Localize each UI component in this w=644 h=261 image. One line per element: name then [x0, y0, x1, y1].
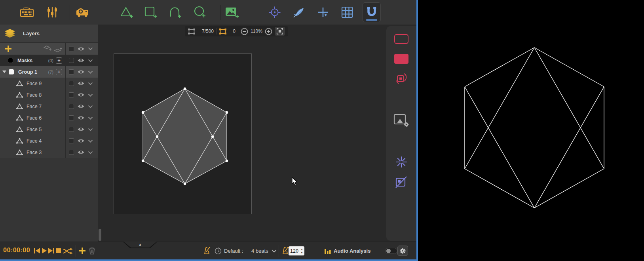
audio-settings-button[interactable] — [397, 246, 408, 256]
canvas-status-bar: 7/500 0 110% — [185, 26, 288, 36]
collapse-caret-icon[interactable] — [2, 70, 6, 73]
expand-chevron-icon[interactable] — [88, 59, 93, 62]
move-layer-down-icon[interactable] — [44, 46, 52, 52]
triangle-shape-icon — [16, 137, 23, 144]
zoom-in-button[interactable] — [265, 28, 272, 35]
visibility-eye-icon[interactable] — [77, 138, 85, 143]
expand-chevron-icon[interactable] — [88, 128, 93, 131]
bpm-input[interactable]: 120 ▲ ▼ — [289, 246, 304, 255]
masks-color-swatch[interactable] — [8, 58, 13, 63]
outline-tool-button[interactable] — [386, 34, 416, 44]
layer-row-face[interactable]: Face 8 — [0, 89, 98, 101]
visibility-eye-icon[interactable] — [77, 127, 85, 132]
collapse-arrow-icon: ▲ — [139, 243, 142, 246]
add-quad-button[interactable] — [144, 6, 158, 19]
add-mask-button[interactable]: + — [56, 57, 62, 64]
expand-chevron-icon[interactable] — [88, 151, 93, 154]
audio-analysis-toggle[interactable] — [385, 248, 397, 254]
triangle-shape-icon — [16, 126, 23, 133]
visibility-eye-icon[interactable] — [77, 92, 85, 97]
expand-chevron-icon[interactable] — [88, 70, 93, 74]
add-triangle-button[interactable] — [120, 6, 134, 19]
visibility-eye-icon[interactable] — [77, 69, 85, 74]
visibility-eye-icon[interactable] — [77, 104, 85, 109]
add-layer-button[interactable] — [5, 45, 12, 52]
crosshair-icon — [268, 6, 281, 19]
app-window: Layers — [0, 0, 644, 261]
fill-tool-button[interactable] — [386, 54, 416, 64]
feathering-button[interactable] — [293, 6, 305, 18]
precision-point-button[interactable] — [317, 7, 329, 18]
visibility-eye-icon[interactable] — [77, 115, 85, 120]
main-toolbar — [0, 0, 416, 25]
visibility-eye-icon[interactable] — [77, 58, 85, 63]
layer-select-checkbox[interactable] — [69, 115, 74, 120]
projection-surface[interactable] — [114, 53, 252, 214]
move-layer-up-icon[interactable] — [54, 46, 63, 52]
stepper-down-icon[interactable]: ▼ — [300, 251, 303, 254]
master-visibility-eye-icon[interactable] — [77, 46, 85, 51]
gear-icon — [400, 248, 406, 254]
group-color-swatch[interactable] — [9, 69, 14, 74]
grid-button[interactable] — [341, 6, 353, 18]
expand-chevron-icon[interactable] — [88, 82, 93, 85]
layer-select-checkbox[interactable] — [69, 150, 74, 155]
layer-name: Face 5 — [27, 127, 65, 132]
magnet-snap-button[interactable] — [363, 2, 381, 22]
layer-select-checkbox[interactable] — [69, 138, 74, 143]
expand-chevron-icon[interactable] — [88, 93, 93, 97]
keyboard-shortcuts-button[interactable] — [19, 7, 34, 18]
controls-faders-button[interactable] — [47, 6, 57, 18]
layer-row-face[interactable]: Face 7 — [0, 101, 98, 112]
layer-row-face[interactable]: Face 4 — [0, 135, 98, 147]
add-arch-button[interactable] — [169, 6, 182, 19]
expand-chevron-icon[interactable] — [88, 116, 93, 120]
projector-output-button[interactable] — [76, 7, 89, 17]
add-quad-icon — [144, 6, 158, 19]
scrollbar-thumb[interactable] — [99, 229, 101, 241]
stepper-up-icon[interactable]: ▲ — [300, 248, 303, 251]
beats-dropdown-value[interactable]: 4 beats — [251, 248, 268, 254]
expand-chevron-icon[interactable] — [88, 105, 93, 108]
duration-clock-icon — [215, 247, 222, 255]
fit-to-screen-button[interactable] — [275, 27, 285, 36]
visibility-eye-icon[interactable] — [77, 150, 85, 155]
layer-row-masks[interactable]: Masks (0) + — [0, 55, 98, 66]
zoom-out-button[interactable] — [241, 28, 248, 35]
beats-dropdown-chevron-icon[interactable] — [272, 250, 277, 253]
layer-select-checkbox[interactable] — [69, 81, 74, 86]
layer-row-face[interactable]: Face 9 — [0, 78, 98, 89]
shader-effect-button[interactable] — [386, 176, 416, 189]
layer-row-face[interactable]: Face 6 — [0, 112, 98, 124]
layer-row-face[interactable]: Face 3 — [0, 147, 98, 158]
layer-select-checkbox[interactable] — [69, 104, 74, 109]
skip-start-button[interactable] — [34, 248, 40, 254]
bar-separator — [76, 245, 76, 257]
master-select-checkbox[interactable] — [69, 46, 74, 51]
layer-row-group[interactable]: Group 1 (7) + — [0, 66, 98, 78]
bpm-stepper[interactable]: ▲ ▼ — [300, 248, 304, 254]
shuffle-button[interactable] — [63, 248, 73, 255]
add-circle-button[interactable] — [194, 6, 206, 19]
add-sequence-button[interactable] — [79, 247, 86, 254]
expand-chevron-icon[interactable] — [88, 139, 93, 143]
visibility-eye-icon[interactable] — [77, 81, 85, 86]
layer-select-checkbox[interactable] — [69, 127, 74, 132]
layer-row-face[interactable]: Face 5 — [0, 124, 98, 135]
layer-select-checkbox[interactable] — [69, 58, 74, 63]
test-pattern-button[interactable] — [268, 6, 281, 19]
master-expand-chevron-icon[interactable] — [88, 47, 93, 50]
add-media-button[interactable] — [225, 6, 239, 19]
layer-select-checkbox[interactable] — [69, 92, 74, 97]
hexagon-shape-preview[interactable] — [114, 54, 252, 215]
bar-separator — [238, 28, 238, 34]
animated-fill-button[interactable] — [386, 72, 416, 86]
stop-button[interactable] — [56, 248, 61, 253]
add-shape-to-group-button[interactable]: + — [56, 69, 62, 75]
media-settings-button[interactable] — [386, 113, 416, 128]
layer-select-checkbox[interactable] — [69, 69, 74, 74]
skip-end-button[interactable] — [48, 248, 55, 254]
delete-sequence-button[interactable] — [89, 247, 95, 255]
particles-effect-button[interactable] — [386, 156, 416, 168]
play-button[interactable] — [41, 248, 47, 254]
